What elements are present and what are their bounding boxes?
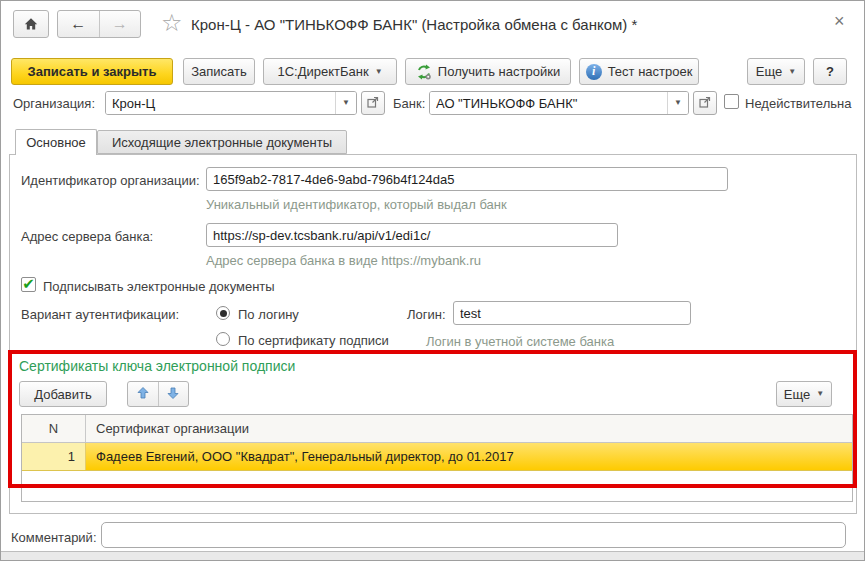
arrow-down-icon xyxy=(167,385,179,403)
nav-button-group: ← → xyxy=(57,10,141,38)
certificates-more-label: Еще xyxy=(784,387,810,402)
back-button[interactable]: ← xyxy=(58,11,100,37)
toolbar-more-label: Еще xyxy=(756,64,782,79)
column-header-num[interactable]: N xyxy=(22,415,86,442)
certificate-row-selected[interactable]: 1 Фадеев Евгений, ООО "Квадрат", Генерал… xyxy=(22,443,852,471)
get-settings-label: Получить настройки xyxy=(438,64,560,79)
save-button[interactable]: Записать xyxy=(183,58,255,85)
server-field-wrap xyxy=(206,223,618,247)
auth-variant-label: Вариант аутентификации: xyxy=(21,307,179,322)
org-id-field-wrap xyxy=(206,167,728,191)
save-label: Записать xyxy=(191,64,247,79)
organization-combo: ▼ xyxy=(105,91,357,115)
auth-by-cert-radio[interactable] xyxy=(216,332,230,346)
certificates-table-header: N Сертификат организации xyxy=(22,415,852,443)
home-button[interactable] xyxy=(13,10,49,38)
help-label: ? xyxy=(826,64,834,79)
open-window-icon xyxy=(699,94,711,112)
certificate-row-num: 1 xyxy=(22,443,86,470)
invalid-checkbox-label: Недействительна xyxy=(745,96,851,111)
server-hint: Адрес сервера банка в виде https://myban… xyxy=(206,253,481,268)
add-label: Добавить xyxy=(34,387,91,402)
chevron-down-icon[interactable]: ▼ xyxy=(667,92,688,114)
move-down-button[interactable] xyxy=(159,382,189,406)
sign-docs-checkbox[interactable]: ✔ xyxy=(21,277,36,292)
chevron-down-icon[interactable]: ▼ xyxy=(335,92,356,114)
tab-main-label: Основное xyxy=(26,135,86,150)
close-icon[interactable]: × xyxy=(834,12,845,30)
refresh-gear-icon xyxy=(416,64,432,80)
auth-by-cert-label: По сертификату подписи xyxy=(238,333,389,348)
bank-input[interactable] xyxy=(430,92,667,114)
checkmark-icon: ✔ xyxy=(22,276,35,291)
directbank-menu-button[interactable]: 1С:ДиректБанк ▼ xyxy=(263,58,397,85)
directbank-label: 1С:ДиректБанк xyxy=(277,64,368,79)
organization-label: Организация: xyxy=(13,96,95,111)
bottom-strip xyxy=(1,551,864,561)
open-window-icon xyxy=(367,94,379,112)
add-certificate-button[interactable]: Добавить xyxy=(19,381,107,407)
bank-open-button[interactable] xyxy=(693,91,717,115)
comment-input[interactable] xyxy=(101,522,846,548)
save-and-close-button[interactable]: Записать и закрыть xyxy=(11,58,173,85)
tab-outgoing-label: Исходящие электронные документы xyxy=(112,135,332,150)
chevron-down-icon: ▼ xyxy=(816,390,824,398)
certificate-row-cert: Фадеев Евгений, ООО "Квадрат", Генеральн… xyxy=(86,443,852,470)
invalid-checkbox[interactable] xyxy=(724,94,739,109)
comment-field-wrap xyxy=(101,522,846,548)
get-settings-button[interactable]: Получить настройки xyxy=(405,58,571,85)
comment-label: Комментарий: xyxy=(11,530,97,545)
certificates-section-title: Сертификаты ключа электронной подписи xyxy=(19,358,295,374)
move-up-button[interactable] xyxy=(128,382,159,406)
login-hint: Логин в учетной системе банка xyxy=(426,334,614,349)
organization-input[interactable] xyxy=(106,92,335,114)
help-button[interactable]: ? xyxy=(813,58,847,85)
server-label: Адрес сервера банка: xyxy=(21,229,153,244)
forward-arrow-icon: → xyxy=(112,15,128,33)
chevron-down-icon: ▼ xyxy=(788,68,796,76)
forward-button[interactable]: → xyxy=(100,11,141,37)
move-buttons-group xyxy=(127,381,189,407)
sign-docs-label: Подписывать электронные документы xyxy=(43,279,275,294)
save-and-close-label: Записать и закрыть xyxy=(28,64,157,79)
window: ← → ☆ Крон-Ц - АО "ТИНЬКОФФ БАНК" (Настр… xyxy=(0,0,865,561)
arrow-up-icon xyxy=(137,385,149,403)
login-label: Логин: xyxy=(407,307,446,322)
bank-combo: ▼ xyxy=(429,91,689,115)
toolbar-more-button[interactable]: Еще ▼ xyxy=(747,58,805,85)
organization-open-button[interactable] xyxy=(361,91,385,115)
auth-by-login-radio[interactable] xyxy=(216,306,230,320)
login-field-wrap xyxy=(453,301,691,325)
test-settings-label: Тест настроек xyxy=(608,64,693,79)
org-id-label: Идентификатор организации: xyxy=(21,173,200,188)
home-icon xyxy=(23,16,39,32)
column-header-cert[interactable]: Сертификат организации xyxy=(86,415,852,442)
auth-by-login-label: По логину xyxy=(238,307,299,322)
back-arrow-icon: ← xyxy=(70,15,86,33)
chevron-down-icon: ▼ xyxy=(375,68,383,76)
window-title: Крон-Ц - АО "ТИНЬКОФФ БАНК" (Настройка о… xyxy=(191,16,637,33)
tab-outgoing-docs[interactable]: Исходящие электронные документы xyxy=(97,130,347,154)
tab-main[interactable]: Основное xyxy=(15,129,97,155)
certificates-more-button[interactable]: Еще ▼ xyxy=(776,381,832,407)
test-settings-button[interactable]: i Тест настроек xyxy=(579,58,699,85)
login-input[interactable] xyxy=(453,301,691,325)
bank-label: Банк: xyxy=(393,96,425,111)
info-icon: i xyxy=(586,64,602,80)
org-id-hint: Уникальный идентификатор, который выдал … xyxy=(206,197,507,212)
org-id-input[interactable] xyxy=(206,167,728,191)
server-input[interactable] xyxy=(206,223,618,247)
favorite-star-icon[interactable]: ☆ xyxy=(161,9,183,37)
certificates-table: N Сертификат организации 1 Фадеев Евгени… xyxy=(21,414,853,502)
